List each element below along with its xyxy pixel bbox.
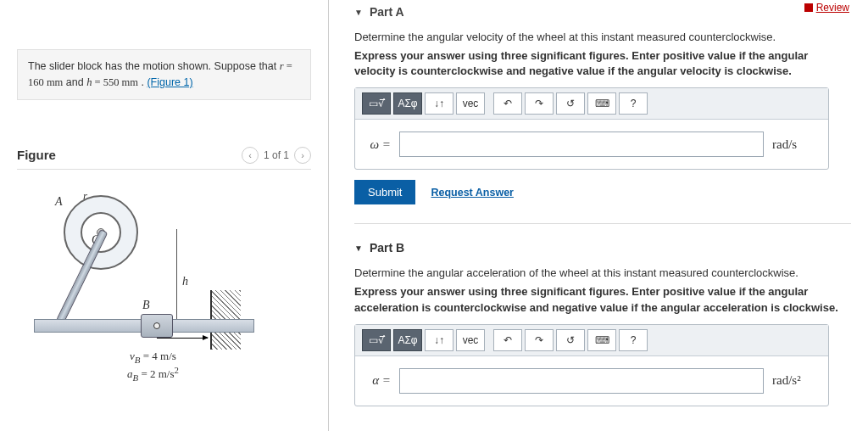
part-a-answer-row: ω = rad/s bbox=[355, 132, 828, 157]
part-b-var-label: α = bbox=[369, 373, 391, 388]
review-label: Review bbox=[816, 2, 849, 14]
part-b-answer-box: ▭√̅ ΑΣφ ↓↑ vec ↶ ↷ ↺ ⌨ ? α = rad/s² bbox=[354, 324, 829, 406]
main-layout: The slider block has the motion shown. S… bbox=[0, 0, 868, 431]
figure-pager: ‹ 1 of 1 › bbox=[242, 147, 311, 164]
undo-button[interactable]: ↶ bbox=[493, 329, 522, 351]
templates-icon: ▭√̅ bbox=[369, 98, 385, 109]
part-a-format: Express your answer using three signific… bbox=[354, 48, 851, 79]
dimension-h-line bbox=[176, 229, 177, 321]
templates-icon: ▭√̅ bbox=[369, 334, 385, 346]
undo-button[interactable]: ↶ bbox=[493, 92, 522, 115]
part-b-section: ▼ Part B Determine the angular accelerat… bbox=[354, 223, 851, 406]
label-h: h bbox=[182, 275, 188, 288]
motion-labels: vB = 4 m/s aB = 2 m/s2 bbox=[127, 350, 179, 383]
and-text: and bbox=[63, 76, 86, 88]
greek-button[interactable]: ΑΣφ bbox=[393, 329, 422, 351]
review-link[interactable]: Review bbox=[804, 2, 849, 14]
reset-button[interactable]: ↺ bbox=[556, 92, 585, 115]
problem-text: The slider block has the motion shown. S… bbox=[28, 60, 280, 72]
part-b-answer-row: α = rad/s² bbox=[355, 368, 828, 394]
part-a-toolbar: ▭√̅ ΑΣφ ↓↑ vec ↶ ↷ ↺ ⌨ ? bbox=[355, 88, 828, 120]
pager-count: 1 of 1 bbox=[264, 149, 289, 161]
redo-button[interactable]: ↷ bbox=[525, 92, 554, 115]
figure-title: Figure bbox=[17, 148, 56, 162]
keyboard-button[interactable]: ⌨ bbox=[587, 329, 616, 351]
part-b-format: Express your answer using three signific… bbox=[354, 284, 851, 315]
part-a-submit-row: Submit Request Answer bbox=[354, 180, 851, 204]
figure-header: Figure ‹ 1 of 1 › bbox=[17, 147, 311, 170]
subsup-button[interactable]: ↓↑ bbox=[425, 329, 453, 351]
part-a-header[interactable]: ▼ Part A bbox=[354, 5, 851, 19]
part-a-answer-box: ▭√̅ ΑΣφ ↓↑ vec ↶ ↷ ↺ ⌨ ? ω = rad/s bbox=[354, 87, 829, 170]
redo-button[interactable]: ↷ bbox=[525, 329, 554, 351]
help-button[interactable]: ? bbox=[619, 329, 648, 351]
h-unit: mm bbox=[122, 76, 138, 88]
slider-pin bbox=[153, 322, 160, 329]
caret-down-icon: ▼ bbox=[354, 8, 363, 17]
problem-statement: The slider block has the motion shown. S… bbox=[17, 49, 311, 100]
caret-down-icon: ▼ bbox=[354, 243, 363, 253]
part-b-answer-input[interactable] bbox=[399, 368, 764, 394]
label-r: r bbox=[83, 189, 87, 203]
pager-next-button[interactable]: › bbox=[294, 147, 311, 164]
velocity-arrow-icon bbox=[157, 338, 208, 339]
h-eq: = 550 bbox=[92, 76, 121, 88]
part-b-instruction: Determine the angular acceleration of th… bbox=[354, 266, 851, 279]
part-a-instruction: Determine the angular velocity of the wh… bbox=[354, 31, 851, 43]
help-button[interactable]: ? bbox=[619, 92, 648, 115]
figure-diagram: h A r C B vB = 4 m/s aB = 2 m/s2 bbox=[34, 187, 246, 382]
reset-button[interactable]: ↺ bbox=[556, 329, 585, 351]
keyboard-button[interactable]: ⌨ bbox=[587, 92, 616, 115]
submit-button[interactable]: Submit bbox=[354, 180, 415, 204]
label-A: A bbox=[55, 195, 63, 209]
part-a-title: Part A bbox=[370, 5, 404, 19]
right-column: ▼ Part A Determine the angular velocity … bbox=[329, 0, 868, 431]
flag-icon bbox=[804, 3, 813, 12]
label-B: B bbox=[142, 299, 150, 312]
request-answer-link[interactable]: Request Answer bbox=[431, 187, 513, 199]
part-a-var-label: ω = bbox=[369, 137, 391, 152]
part-b-title: Part B bbox=[370, 241, 404, 255]
greek-button[interactable]: ΑΣφ bbox=[393, 92, 422, 115]
part-b-header[interactable]: ▼ Part B bbox=[354, 241, 851, 255]
part-a-answer-input[interactable] bbox=[399, 132, 764, 157]
vec-button[interactable]: vec bbox=[456, 329, 485, 351]
period: . bbox=[138, 76, 147, 88]
part-a-unit: rad/s bbox=[772, 137, 815, 152]
left-column: The slider block has the motion shown. S… bbox=[0, 0, 329, 431]
templates-button[interactable]: ▭√̅ bbox=[362, 329, 391, 351]
subsup-button[interactable]: ↓↑ bbox=[425, 92, 453, 115]
pager-prev-button[interactable]: ‹ bbox=[242, 147, 259, 164]
templates-button[interactable]: ▭√̅ bbox=[362, 92, 391, 115]
figure-link[interactable]: (Figure 1) bbox=[147, 76, 192, 88]
r-unit: mm bbox=[47, 76, 63, 88]
slider-block bbox=[141, 314, 173, 338]
part-b-toolbar: ▭√̅ ΑΣφ ↓↑ vec ↶ ↷ ↺ ⌨ ? bbox=[355, 325, 828, 356]
part-b-unit: rad/s² bbox=[772, 373, 815, 388]
vec-button[interactable]: vec bbox=[456, 92, 485, 115]
